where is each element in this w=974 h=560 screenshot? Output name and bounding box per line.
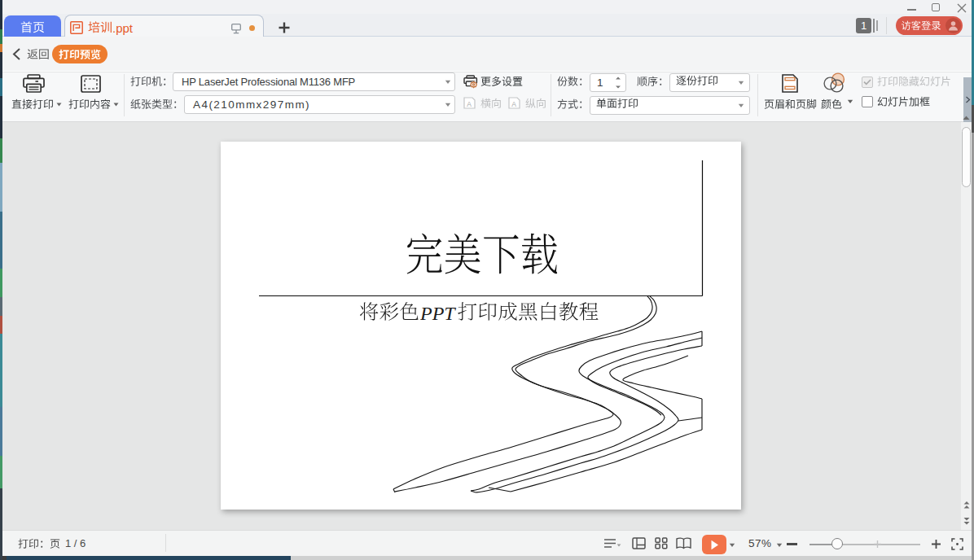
svg-text:A: A [467,100,472,108]
svg-text:A: A [511,100,516,108]
